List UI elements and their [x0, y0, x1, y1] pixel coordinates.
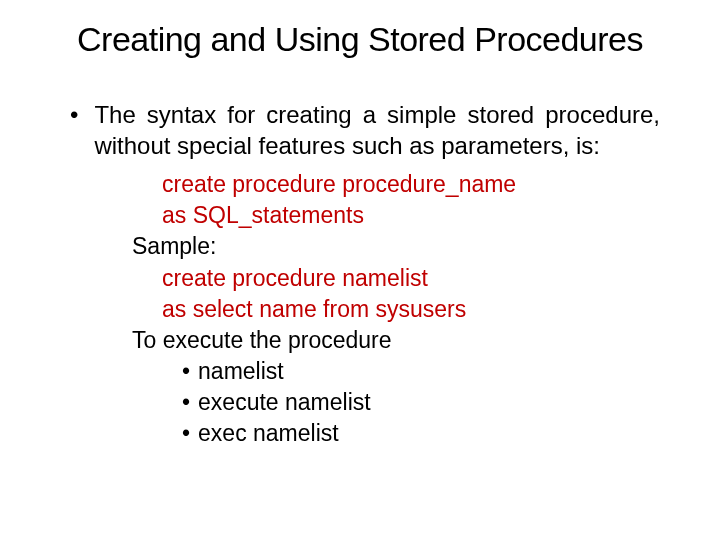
- exec-item: • exec namelist: [132, 418, 660, 449]
- bullet-marker: •: [182, 418, 190, 449]
- bullet-marker: •: [182, 387, 190, 418]
- main-bullet: • The syntax for creating a simple store…: [70, 99, 660, 161]
- bullet-marker: •: [70, 99, 78, 130]
- exec-item: • execute namelist: [132, 387, 660, 418]
- slide-title: Creating and Using Stored Procedures: [30, 20, 690, 59]
- exec-item-text: execute namelist: [198, 387, 371, 418]
- sample-line-2: as select name from sysusers: [132, 294, 660, 325]
- syntax-line-1: create procedure procedure_name: [132, 169, 660, 200]
- exec-item-text: namelist: [198, 356, 284, 387]
- slide-content: • The syntax for creating a simple store…: [30, 99, 690, 449]
- execute-label: To execute the procedure: [132, 325, 660, 356]
- exec-item: • namelist: [132, 356, 660, 387]
- sample-line-1: create procedure namelist: [132, 263, 660, 294]
- detail-block: create procedure procedure_name as SQL_s…: [70, 169, 660, 448]
- syntax-line-2: as SQL_statements: [132, 200, 660, 231]
- bullet-marker: •: [182, 356, 190, 387]
- bullet-text: The syntax for creating a simple stored …: [94, 99, 660, 161]
- sample-label: Sample:: [132, 231, 660, 262]
- exec-item-text: exec namelist: [198, 418, 339, 449]
